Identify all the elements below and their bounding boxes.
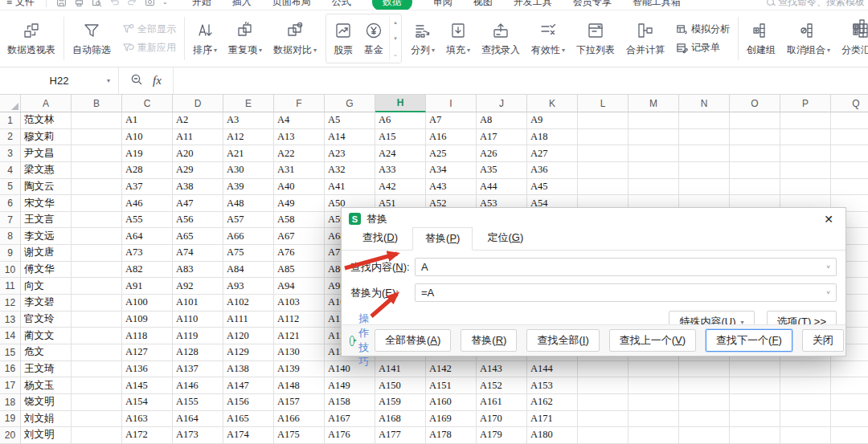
cell[interactable]	[730, 129, 780, 146]
row-header[interactable]: 5	[0, 179, 21, 196]
sort-button[interactable]: 排序▾	[187, 21, 223, 57]
tab-home[interactable]: 开始	[192, 0, 211, 9]
column-header[interactable]: N	[679, 95, 730, 112]
cell[interactable]: 谢文唐	[21, 245, 72, 262]
cell[interactable]: A174	[223, 427, 274, 444]
cell[interactable]: A23	[325, 145, 375, 162]
cell[interactable]: A39	[223, 179, 274, 196]
print-preview-icon[interactable]	[92, 0, 102, 7]
cell[interactable]: A9	[527, 112, 578, 129]
cell[interactable]	[72, 278, 122, 295]
tab-goto[interactable]: 定位(G)	[474, 226, 536, 250]
find-previous-button[interactable]: 查找上一个(V)	[609, 329, 696, 352]
cell[interactable]	[679, 411, 730, 428]
cell[interactable]	[72, 427, 122, 444]
cell[interactable]: A152	[477, 377, 527, 394]
column-header[interactable]: J	[477, 95, 527, 112]
cell[interactable]: A40	[274, 179, 325, 196]
cell[interactable]: A4	[274, 112, 325, 129]
cell[interactable]: A149	[325, 377, 375, 394]
cell[interactable]: A73	[122, 245, 173, 262]
cell[interactable]: A138	[223, 361, 274, 378]
cell[interactable]	[72, 162, 122, 179]
tab-formulas[interactable]: 公式	[332, 0, 351, 9]
cell[interactable]	[578, 129, 628, 146]
cell[interactable]: A102	[223, 295, 274, 312]
formula-input[interactable]	[173, 67, 868, 94]
cell[interactable]	[72, 394, 122, 411]
name-box[interactable]: H22 ▾	[0, 67, 119, 94]
cell[interactable]	[831, 377, 868, 394]
cell[interactable]: A84	[223, 262, 274, 279]
cell[interactable]: A7	[426, 112, 477, 129]
lookup-entry-button[interactable]: 查找录入	[476, 21, 526, 57]
row-header[interactable]: 6	[0, 195, 21, 212]
cell[interactable]	[780, 179, 831, 196]
cell[interactable]: A28	[122, 162, 173, 179]
cell[interactable]: A37	[122, 179, 173, 196]
row-header[interactable]: 7	[0, 212, 21, 229]
cell[interactable]: A65	[173, 228, 223, 245]
cell[interactable]	[831, 411, 868, 428]
cell[interactable]	[780, 377, 831, 394]
cell[interactable]: 陶文云	[21, 179, 72, 196]
cell[interactable]: A66	[223, 228, 274, 245]
cell[interactable]	[780, 411, 831, 428]
cell[interactable]: A35	[477, 162, 527, 179]
cell[interactable]	[72, 312, 122, 328]
cell[interactable]: A146	[173, 377, 223, 394]
cell[interactable]	[72, 328, 122, 344]
cell[interactable]: A36	[527, 162, 578, 179]
cell[interactable]: 穆文莉	[21, 129, 72, 146]
cell[interactable]	[780, 427, 831, 444]
cell[interactable]: A58	[274, 212, 325, 229]
column-header[interactable]: C	[122, 95, 173, 112]
create-group-button[interactable]: 创建组	[741, 21, 781, 57]
gallery-scroll[interactable]: ▴ ▾ ⌄	[389, 17, 401, 60]
show-all-button[interactable]: 全部显示	[122, 22, 176, 36]
cell[interactable]: A145	[122, 377, 173, 394]
cell[interactable]: A151	[426, 377, 477, 394]
row-header[interactable]: 17	[0, 377, 21, 394]
cell[interactable]: A12	[223, 129, 274, 146]
column-header[interactable]: E	[223, 95, 274, 112]
cell[interactable]: A160	[426, 394, 477, 411]
cell[interactable]	[72, 262, 122, 279]
cell[interactable]	[730, 411, 780, 428]
cell[interactable]: A45	[527, 179, 578, 196]
cell[interactable]: 向文	[21, 278, 72, 295]
duplicates-button[interactable]: 重复项▾	[223, 21, 268, 57]
row-header[interactable]: 8	[0, 228, 21, 245]
replace-with-input[interactable]: =A ˅	[415, 283, 837, 302]
tab-find[interactable]: 查找(D)	[350, 226, 411, 250]
cell[interactable]: A175	[274, 427, 325, 444]
tab-developer[interactable]: 开发工具	[514, 0, 552, 9]
column-header[interactable]: P	[780, 95, 831, 112]
cell[interactable]	[730, 112, 780, 129]
cell[interactable]: A111	[223, 312, 274, 328]
cell[interactable]	[730, 377, 780, 394]
cell[interactable]: 李文碧	[21, 295, 72, 312]
cell[interactable]: A1	[122, 112, 173, 129]
cell[interactable]: A10	[122, 129, 173, 146]
cell[interactable]: A139	[274, 361, 325, 378]
cell[interactable]: A141	[375, 361, 426, 378]
cell[interactable]	[679, 179, 730, 196]
cell[interactable]: A121	[274, 328, 325, 344]
cell[interactable]	[578, 112, 628, 129]
redo-icon[interactable]	[127, 0, 137, 7]
cell[interactable]: 刘文明	[21, 427, 72, 444]
save-icon[interactable]	[56, 0, 67, 7]
find-what-input[interactable]: A ˅	[415, 258, 837, 276]
cell[interactable]: A171	[527, 411, 578, 428]
replace-all-button[interactable]: 全部替换(A)	[375, 329, 451, 352]
validation-button[interactable]: 有效性▾	[526, 21, 571, 57]
cell[interactable]	[730, 145, 780, 162]
row-header[interactable]: 9	[0, 245, 21, 262]
print-icon[interactable]	[74, 0, 84, 7]
cell[interactable]: A154	[122, 394, 173, 411]
cell[interactable]: A155	[173, 394, 223, 411]
cell[interactable]: A162	[527, 394, 578, 411]
undo-icon[interactable]	[109, 0, 120, 7]
tab-smart-toolbox[interactable]: 智能工具箱	[633, 0, 681, 9]
